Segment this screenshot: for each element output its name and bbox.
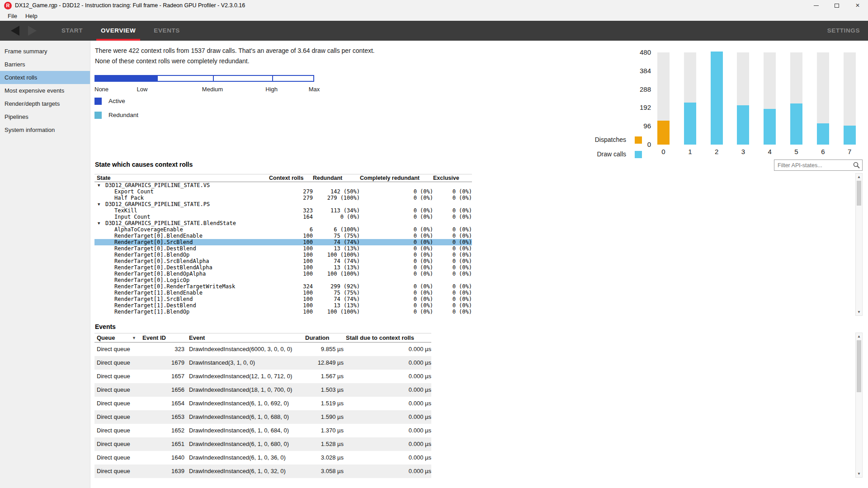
state-row-rendertarget-1-srcblend[interactable]: RenderTarget[1].SrcBlend10074 (74%)0 (0%… xyxy=(94,296,472,302)
state-cell-redundant: 6 (100%) xyxy=(313,226,360,233)
state-row-rendertarget-0-blendop[interactable]: RenderTarget[0].BlendOp100100 (100%)0 (0… xyxy=(94,252,472,258)
scroll-up-icon[interactable]: ▲ xyxy=(856,174,862,180)
forward-arrow-icon[interactable] xyxy=(28,26,37,36)
event-row-1639[interactable]: Direct queue1639DrawIndexedInstanced(6, … xyxy=(94,465,431,478)
state-row-d3d12-graphics-pipeline-state-blendstate[interactable]: ▼D3D12_GRAPHICS_PIPELINE_STATE.BlendStat… xyxy=(94,220,472,226)
sidebar-item-frame-summary[interactable]: Frame summary xyxy=(0,45,90,58)
events-col-stall-due-to-context-rolls[interactable]: Stall due to context rolls xyxy=(344,333,431,343)
state-row-d3d12-graphics-pipeline-state-vs[interactable]: ▼D3D12_GRAPHICS_PIPELINE_STATE.VS xyxy=(94,182,472,188)
state-cell-completely_redundant: 0 (0%) xyxy=(360,296,433,302)
state-cell-completely_redundant xyxy=(360,220,433,226)
event-row-1651[interactable]: Direct queue1651DrawIndexedInstanced(6, … xyxy=(94,437,431,451)
events-col-event-id[interactable]: Event ID xyxy=(140,333,184,343)
state-cell-redundant: 74 (74%) xyxy=(313,258,360,264)
event-stall: 0.000 µs xyxy=(344,437,431,451)
tab-settings[interactable]: SETTINGS xyxy=(827,21,860,41)
maximize-button[interactable] xyxy=(826,0,847,11)
event-row-1640[interactable]: Direct queue1640DrawIndexedInstanced(6, … xyxy=(94,451,431,465)
chart-ylabel-288: 288 xyxy=(624,85,651,93)
event-duration: 1.567 µs xyxy=(305,370,344,383)
state-cell-context_rolls: 100 xyxy=(269,233,313,239)
collapse-arrow-icon[interactable]: ▼ xyxy=(98,220,105,226)
state-cell-exclusive xyxy=(433,182,472,188)
tab-overview[interactable]: OVERVIEW xyxy=(92,21,145,41)
state-col-redundant[interactable]: Redundant xyxy=(313,174,360,182)
state-row-texkill[interactable]: TexKill323113 (34%)0 (0%)0 (0%) xyxy=(94,207,472,214)
event-row-1654[interactable]: Direct queue1654DrawIndexedInstanced(6, … xyxy=(94,397,431,410)
event-queue: Direct queue xyxy=(94,410,140,424)
state-table-header: StateContext rollsRedundantCompletely re… xyxy=(94,174,472,182)
state-cell-redundant xyxy=(313,182,360,188)
event-duration: 9.855 µs xyxy=(305,343,344,356)
scroll-down-icon[interactable]: ▼ xyxy=(856,309,862,315)
state-row-rendertarget-0-destblendalpha[interactable]: RenderTarget[0].DestBlendAlpha10013 (13%… xyxy=(94,264,472,271)
state-label: ▼D3D12_GRAPHICS_PIPELINE_STATE.VS xyxy=(94,182,269,188)
state-row-rendertarget-0-blendopalpha[interactable]: RenderTarget[0].BlendOpAlpha100100 (100%… xyxy=(94,271,472,277)
scrollbar-thumb[interactable] xyxy=(857,181,861,206)
state-row-rendertarget-1-blendenable[interactable]: RenderTarget[1].BlendEnable10075 (75%)0 … xyxy=(94,290,472,296)
sidebar-item-most-expensive-events[interactable]: Most expensive events xyxy=(0,84,90,97)
state-cell-exclusive: 0 (0%) xyxy=(433,245,472,252)
event-duration: 1.528 µs xyxy=(305,437,344,451)
event-row-1652[interactable]: Direct queue1652DrawIndexedInstanced(6, … xyxy=(94,424,431,437)
sidebar-item-system-information[interactable]: System information xyxy=(0,123,90,136)
state-row-input-count[interactable]: Input Count1640 (0%)0 (0%)0 (0%) xyxy=(94,214,472,220)
events-col-duration[interactable]: Duration xyxy=(305,333,344,343)
tab-start[interactable]: START xyxy=(52,21,92,41)
collapse-arrow-icon[interactable]: ▼ xyxy=(98,182,105,188)
sidebar-item-render-depth-targets[interactable]: Render/depth targets xyxy=(0,97,90,110)
state-row-rendertarget-0-srcblend[interactable]: RenderTarget[0].SrcBlend10074 (74%)0 (0%… xyxy=(94,239,472,245)
chart-ylabel-96: 96 xyxy=(624,122,651,130)
state-row-rendertarget-1-destblend[interactable]: RenderTarget[1].DestBlend10013 (13%)0 (0… xyxy=(94,302,472,309)
state-row-rendertarget-0-blendenable[interactable]: RenderTarget[0].BlendEnable10075 (75%)0 … xyxy=(94,233,472,239)
sort-desc-icon[interactable]: ▼ xyxy=(132,333,136,343)
state-cell-completely_redundant: 0 (0%) xyxy=(360,245,433,252)
state-cell-context_rolls: 100 xyxy=(269,271,313,277)
back-arrow-icon[interactable] xyxy=(11,26,19,36)
close-button[interactable]: ✕ xyxy=(847,0,868,11)
state-row-rendertarget-0-destblend[interactable]: RenderTarget[0].DestBlend10013 (13%)0 (0… xyxy=(94,245,472,252)
state-col-context-rolls[interactable]: Context rolls xyxy=(269,174,313,182)
state-row-rendertarget-0-srcblendalpha[interactable]: RenderTarget[0].SrcBlendAlpha10074 (74%)… xyxy=(94,258,472,264)
filter-api-states-input[interactable] xyxy=(774,160,863,171)
title-bar: R DX12_Game.rgp - D3D12 - Instruction tr… xyxy=(0,0,868,11)
chart-bar-6 xyxy=(817,123,829,145)
scroll-down-icon[interactable]: ▼ xyxy=(856,470,862,477)
state-row-d3d12-graphics-pipeline-state-ps[interactable]: ▼D3D12_GRAPHICS_PIPELINE_STATE.PS xyxy=(94,201,472,207)
event-queue: Direct queue xyxy=(94,343,140,356)
event-row-1653[interactable]: Direct queue1653DrawIndexedInstanced(6, … xyxy=(94,410,431,424)
event-row-1656[interactable]: Direct queue1656DrawIndexedInstanced(18,… xyxy=(94,383,431,397)
state-col-state[interactable]: State xyxy=(94,174,269,182)
events-table-scrollbar[interactable]: ▲ ▼ xyxy=(855,333,863,478)
state-cell-context_rolls: 279 xyxy=(269,195,313,201)
state-cell-redundant: 113 (34%) xyxy=(313,207,360,214)
state-row-half-pack[interactable]: Half Pack279279 (100%)0 (0%)0 (0%) xyxy=(94,195,472,201)
event-stall: 0.000 µs xyxy=(344,410,431,424)
sidebar-item-context-rolls[interactable]: Context rolls xyxy=(0,71,90,84)
menu-file[interactable]: File xyxy=(4,11,21,21)
minimize-button[interactable] xyxy=(806,0,826,11)
state-table-scrollbar[interactable]: ▲ ▼ xyxy=(855,173,863,316)
menu-help[interactable]: Help xyxy=(21,11,42,21)
state-row-alphatocoverageenable[interactable]: AlphaToCoverageEnable66 (100%)0 (0%)0 (0… xyxy=(94,226,472,233)
event-row-1657[interactable]: Direct queue1657DrawIndexedInstanced(12,… xyxy=(94,370,431,383)
scroll-up-icon[interactable]: ▲ xyxy=(856,333,862,340)
state-row-rendertarget-1-blendop[interactable]: RenderTarget[1].BlendOp100100 (100%)0 (0… xyxy=(94,309,472,315)
state-col-completely-redundant[interactable]: Completely redundant xyxy=(360,174,433,182)
tab-events[interactable]: EVENTS xyxy=(145,21,189,41)
state-row-export-count[interactable]: Export Count279142 (50%)0 (0%)0 (0%) xyxy=(94,188,472,195)
event-row-1679[interactable]: Direct queue1679DrawInstanced(3, 1, 0, 0… xyxy=(94,356,431,370)
state-row-rendertarget-0-rendertargetwritemask[interactable]: RenderTarget[0].RenderTargetWriteMask324… xyxy=(94,283,472,290)
scrollbar-thumb[interactable] xyxy=(857,340,861,392)
event-row-323[interactable]: Direct queue323DrawIndexedInstanced(6000… xyxy=(94,343,431,356)
sidebar-item-barriers[interactable]: Barriers xyxy=(0,58,90,71)
events-col-event[interactable]: Event xyxy=(184,333,305,343)
state-cell-redundant: 100 (100%) xyxy=(313,309,360,315)
state-row-rendertarget-0-logicop[interactable]: RenderTarget[0].LogicOp xyxy=(94,277,472,283)
sidebar-item-pipelines[interactable]: Pipelines xyxy=(0,110,90,123)
events-col-queue[interactable]: Queue▼ xyxy=(94,333,140,343)
event-name: DrawIndexedInstanced(6000, 3, 0, 0, 0) xyxy=(184,343,305,356)
state-cell-exclusive xyxy=(433,277,472,283)
collapse-arrow-icon[interactable]: ▼ xyxy=(98,201,105,207)
state-col-exclusive[interactable]: Exclusive xyxy=(433,174,472,182)
